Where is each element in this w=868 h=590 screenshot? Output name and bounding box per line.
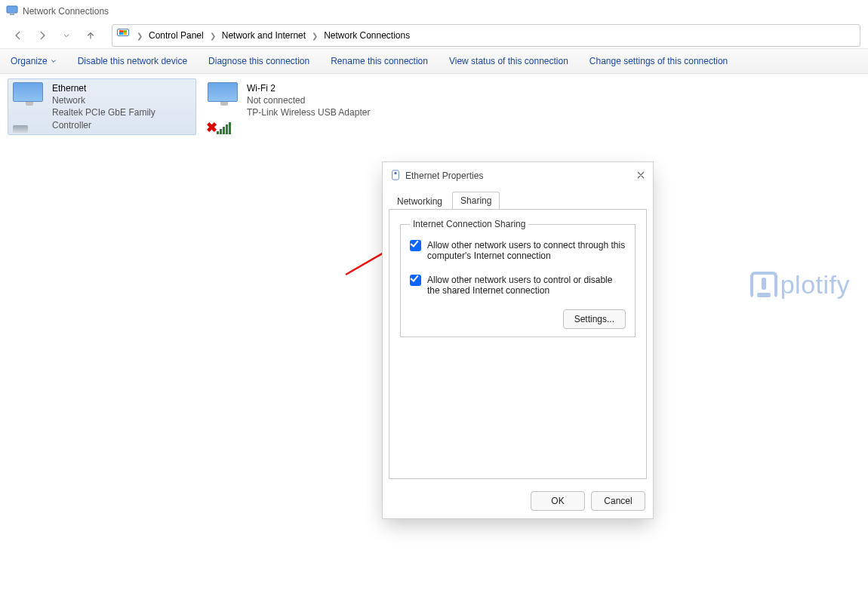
dialog-footer: OK Cancel: [383, 485, 653, 518]
dialog-titlebar: Ethernet Properties: [383, 162, 653, 189]
ics-group: Internet Connection Sharing Allow other …: [400, 219, 636, 337]
organize-menu[interactable]: Organize: [11, 56, 57, 66]
ethernet-icon: [390, 170, 401, 183]
ethernet-adapter-icon: [13, 82, 46, 131]
watermark: plotify: [750, 270, 850, 300]
cancel-button[interactable]: Cancel: [591, 491, 645, 511]
dialog-title: Ethernet Properties: [405, 171, 483, 181]
dialog-tabs: Networking Sharing: [383, 189, 653, 209]
adapter-name: Ethernet: [52, 82, 191, 94]
adapter-list: Ethernet Network Realtek PCIe GbE Family…: [0, 74, 868, 140]
adapter-device: TP-Link Wireless USB Adapter: [247, 106, 370, 118]
titlebar: Network Connections: [0, 0, 868, 23]
breadcrumb-item-control-panel[interactable]: Control Panel: [146, 30, 207, 41]
allow-control-label: Allow other network users to control or …: [427, 275, 626, 296]
toolbar: Organize Disable this network device Dia…: [0, 48, 868, 74]
adapter-wifi-2[interactable]: ✖ Wi-Fi 2 Not connected TP-Link Wireless…: [202, 78, 391, 135]
change-settings-button[interactable]: Change settings of this connection: [589, 56, 728, 66]
disconnected-x-icon: ✖: [206, 121, 217, 134]
close-button[interactable]: [636, 171, 645, 182]
disable-device-button[interactable]: Disable this network device: [78, 56, 187, 66]
up-button[interactable]: [80, 25, 101, 46]
svg-point-4: [394, 171, 397, 174]
allow-connect-label: Allow other network users to connect thr…: [427, 240, 626, 261]
adapter-name: Wi-Fi 2: [247, 82, 370, 94]
breadcrumb-item-network-internet[interactable]: Network and Internet: [219, 30, 309, 41]
adapter-ethernet[interactable]: Ethernet Network Realtek PCIe GbE Family…: [8, 78, 196, 135]
adapter-status: Network: [52, 94, 191, 106]
watermark-text: plotify: [780, 270, 850, 300]
wifi-adapter-icon: ✖: [208, 82, 241, 131]
chevron-down-icon: [51, 56, 57, 66]
network-connections-icon: [6, 5, 18, 17]
watermark-logo-icon: [750, 272, 777, 299]
chevron-right-icon: ❯: [312, 32, 318, 40]
ethernet-properties-dialog: Ethernet Properties Networking Sharing I…: [382, 161, 654, 519]
signal-bars-icon: [217, 122, 231, 134]
recent-locations-button[interactable]: [56, 25, 77, 46]
view-status-button[interactable]: View status of this connection: [449, 56, 568, 66]
rename-connection-button[interactable]: Rename this connection: [331, 56, 428, 66]
diagnose-connection-button[interactable]: Diagnose this connection: [208, 56, 309, 66]
ok-button[interactable]: OK: [531, 491, 585, 511]
svg-rect-0: [7, 6, 17, 13]
tab-body-sharing: Internet Connection Sharing Allow other …: [389, 209, 647, 479]
allow-control-checkbox[interactable]: [410, 275, 421, 286]
allow-connect-checkbox[interactable]: [410, 240, 421, 251]
ics-group-label: Internet Connection Sharing: [410, 219, 528, 229]
navbar: ❯ Control Panel ❯ Network and Internet ❯…: [0, 23, 868, 48]
breadcrumb[interactable]: ❯ Control Panel ❯ Network and Internet ❯…: [112, 24, 860, 47]
settings-button[interactable]: Settings...: [563, 309, 626, 329]
svg-rect-1: [10, 14, 14, 15]
chevron-right-icon: ❯: [210, 32, 216, 40]
breadcrumb-item-network-connections[interactable]: Network Connections: [321, 30, 413, 41]
allow-connect-row[interactable]: Allow other network users to connect thr…: [410, 240, 626, 261]
back-button[interactable]: [8, 25, 29, 46]
control-panel-icon: [117, 29, 131, 42]
window-title: Network Connections: [23, 6, 109, 17]
tab-sharing[interactable]: Sharing: [452, 192, 500, 210]
chevron-right-icon: ❯: [137, 32, 143, 40]
adapter-device: Realtek PCIe GbE Family Controller: [52, 106, 191, 131]
adapter-status: Not connected: [247, 94, 370, 106]
allow-control-row[interactable]: Allow other network users to control or …: [410, 275, 626, 296]
tab-networking[interactable]: Networking: [389, 192, 451, 210]
forward-button[interactable]: [32, 25, 53, 46]
